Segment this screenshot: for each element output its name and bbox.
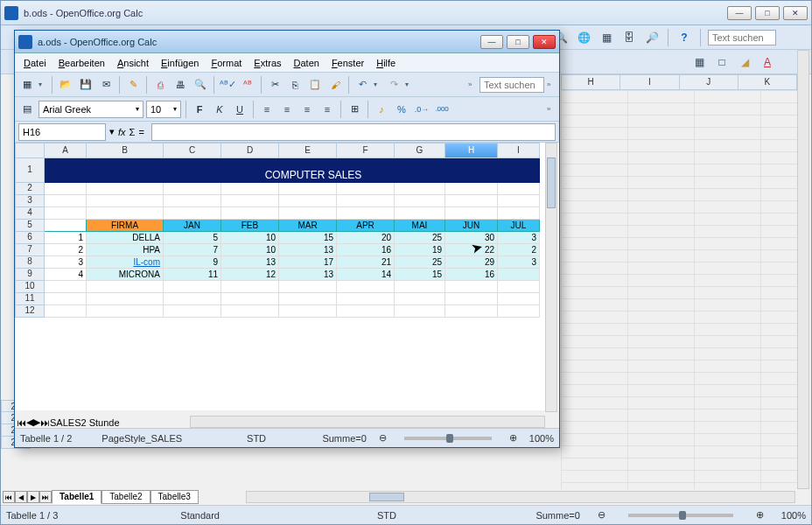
cell[interactable] bbox=[498, 305, 540, 318]
cell[interactable] bbox=[279, 281, 337, 293]
cell[interactable] bbox=[279, 207, 337, 220]
cell[interactable] bbox=[87, 281, 164, 293]
cell[interactable] bbox=[164, 195, 221, 207]
equals-icon[interactable]: = bbox=[138, 127, 144, 137]
zoom-in-icon[interactable]: ⊕ bbox=[509, 432, 517, 444]
column-header[interactable]: J bbox=[680, 74, 738, 90]
help-icon[interactable]: ? bbox=[676, 29, 693, 46]
cell[interactable]: 22 bbox=[445, 244, 498, 256]
email-icon[interactable]: ✉ bbox=[97, 76, 115, 94]
cell[interactable] bbox=[45, 281, 87, 293]
align-left-icon[interactable]: ≡ bbox=[258, 101, 276, 118]
cell[interactable]: FIRMA bbox=[87, 220, 164, 232]
cell[interactable]: JUL bbox=[498, 220, 540, 232]
tab-nav-last[interactable]: ⏭ bbox=[40, 417, 50, 428]
cell[interactable] bbox=[445, 293, 498, 305]
cell[interactable] bbox=[221, 195, 279, 207]
tab-nav-next[interactable]: ▶ bbox=[27, 491, 39, 503]
cell[interactable] bbox=[87, 305, 164, 318]
cell[interactable] bbox=[498, 207, 540, 220]
bold-icon[interactable]: F bbox=[191, 101, 208, 118]
row-header[interactable]: 8 bbox=[15, 256, 45, 269]
close-button[interactable]: ✕ bbox=[783, 6, 808, 20]
cell[interactable] bbox=[164, 183, 221, 195]
edit-icon[interactable]: ✎ bbox=[124, 76, 142, 94]
cell[interactable] bbox=[395, 183, 445, 195]
cell[interactable] bbox=[395, 293, 445, 305]
column-header-I[interactable]: I bbox=[498, 143, 540, 158]
italic-icon[interactable]: K bbox=[211, 101, 228, 118]
inner-scrollbar-horizontal[interactable] bbox=[190, 416, 545, 428]
preview-icon[interactable]: 🔍 bbox=[192, 76, 209, 94]
cell[interactable] bbox=[279, 183, 337, 195]
autospell-icon[interactable]: ᴬᴮ bbox=[239, 76, 256, 94]
paste-icon[interactable]: 📋 bbox=[306, 76, 324, 94]
cell[interactable] bbox=[337, 305, 395, 318]
cell[interactable]: 15 bbox=[279, 232, 337, 244]
column-header[interactable]: H bbox=[561, 74, 620, 90]
minimize-button[interactable]: — bbox=[727, 6, 752, 20]
cell[interactable]: 20 bbox=[337, 232, 395, 244]
inner-search-input[interactable] bbox=[480, 77, 544, 93]
cell[interactable] bbox=[498, 293, 540, 305]
cell[interactable] bbox=[87, 183, 164, 195]
cell[interactable] bbox=[87, 293, 164, 305]
zoom-in-icon[interactable]: ⊕ bbox=[756, 509, 764, 521]
merge-cells-icon[interactable]: ⊞ bbox=[346, 101, 363, 118]
tab-nav-next[interactable]: ▶ bbox=[33, 416, 40, 428]
column-header-F[interactable]: F bbox=[337, 143, 395, 158]
cell[interactable] bbox=[221, 207, 279, 220]
cell[interactable]: 3 bbox=[498, 232, 540, 244]
cell[interactable] bbox=[445, 207, 498, 220]
inner-scrollbar-vertical[interactable] bbox=[545, 143, 557, 412]
cell-reference-input[interactable] bbox=[18, 123, 106, 141]
cell[interactable] bbox=[337, 183, 395, 195]
row-header[interactable]: 6 bbox=[15, 232, 45, 244]
cell[interactable]: 29 bbox=[445, 256, 498, 269]
sheet-tab-tabelle2[interactable]: Tabelle2 bbox=[102, 490, 150, 504]
cell[interactable]: 10 bbox=[221, 244, 279, 256]
cell[interactable] bbox=[45, 220, 87, 232]
fontcolor-icon[interactable]: A bbox=[759, 53, 776, 71]
open-icon[interactable]: 📂 bbox=[57, 76, 74, 94]
new-doc-icon[interactable]: ▦ bbox=[18, 76, 36, 94]
tab-nav-first[interactable]: ⏮ bbox=[3, 491, 15, 503]
font-name-select[interactable]: Arial Greek▾ bbox=[38, 101, 144, 118]
cell[interactable] bbox=[337, 207, 395, 220]
undo-icon[interactable]: ↶ bbox=[354, 76, 371, 94]
globe-icon[interactable]: 🌐 bbox=[575, 29, 592, 46]
cell[interactable] bbox=[395, 207, 445, 220]
menu-daten[interactable]: Daten bbox=[289, 56, 325, 70]
cell[interactable]: 10 bbox=[221, 232, 279, 244]
row-header[interactable]: 2 bbox=[15, 183, 45, 195]
maximize-button[interactable]: □ bbox=[755, 6, 780, 20]
cell[interactable]: 16 bbox=[337, 244, 395, 256]
cell[interactable] bbox=[221, 293, 279, 305]
zoom-slider[interactable] bbox=[628, 514, 733, 517]
cell[interactable]: 3 bbox=[498, 256, 540, 269]
zoom-out-icon[interactable]: ⊖ bbox=[598, 509, 606, 521]
cell[interactable] bbox=[45, 207, 87, 220]
cell[interactable] bbox=[498, 281, 540, 293]
column-header-H[interactable]: H bbox=[445, 143, 498, 158]
sheet-tab-tabelle1[interactable]: Tabelle1 bbox=[52, 490, 102, 504]
outer-search-input[interactable] bbox=[708, 30, 776, 46]
cell[interactable] bbox=[45, 158, 87, 183]
cell[interactable]: 15 bbox=[395, 269, 445, 281]
column-header-D[interactable]: D bbox=[221, 143, 279, 158]
tab-nav-prev[interactable]: ◀ bbox=[15, 491, 27, 503]
spreadsheet-grid[interactable]: ABCDEFGHI1COMPUTER SALES2345FIRMAJANFEBM… bbox=[15, 143, 559, 410]
cell[interactable]: 5 bbox=[164, 232, 221, 244]
tab-nav-last[interactable]: ⏭ bbox=[39, 491, 52, 503]
cell[interactable] bbox=[45, 305, 87, 318]
sum-icon[interactable]: Σ bbox=[130, 127, 136, 137]
maximize-button[interactable]: □ bbox=[507, 35, 529, 49]
toolbar-overflow-icon[interactable]: » bbox=[547, 80, 556, 88]
cell[interactable]: 14 bbox=[337, 269, 395, 281]
cell[interactable]: MICRONA bbox=[87, 269, 164, 281]
cell[interactable]: 12 bbox=[221, 269, 279, 281]
outer-scrollbar-horizontal[interactable] bbox=[246, 491, 795, 503]
column-header[interactable]: K bbox=[738, 74, 797, 90]
cell[interactable]: 13 bbox=[279, 244, 337, 256]
menu-bearbeiten[interactable]: Bearbeiten bbox=[53, 56, 110, 70]
